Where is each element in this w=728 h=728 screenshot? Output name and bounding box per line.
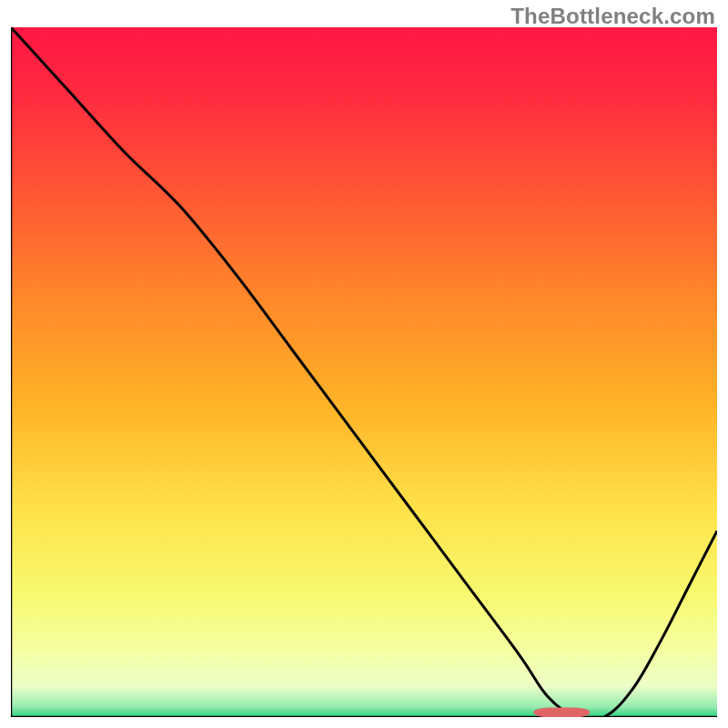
chart-stage: TheBottleneck.com bbox=[0, 0, 728, 728]
watermark-text: TheBottleneck.com bbox=[511, 4, 715, 29]
plot-background bbox=[11, 27, 717, 717]
optimal-marker bbox=[533, 707, 590, 717]
bottleneck-chart bbox=[11, 27, 717, 717]
